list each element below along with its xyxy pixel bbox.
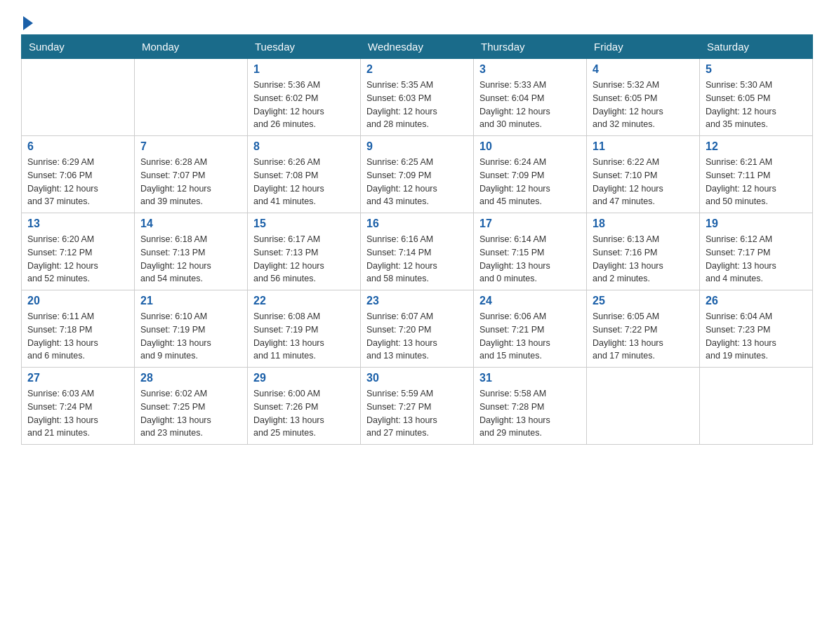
calendar-cell: 10Sunrise: 6:24 AM Sunset: 7:09 PM Dayli… — [474, 136, 587, 213]
calendar-cell: 29Sunrise: 6:00 AM Sunset: 7:26 PM Dayli… — [248, 368, 361, 445]
calendar-cell: 12Sunrise: 6:21 AM Sunset: 7:11 PM Dayli… — [700, 136, 813, 213]
weekday-header-saturday: Saturday — [700, 35, 813, 59]
weekday-header-sunday: Sunday — [22, 35, 135, 59]
day-info: Sunrise: 6:05 AM Sunset: 7:22 PM Dayligh… — [593, 310, 694, 363]
calendar-cell — [22, 59, 135, 136]
day-number: 24 — [479, 295, 581, 307]
day-info: Sunrise: 6:24 AM Sunset: 7:09 PM Dayligh… — [479, 156, 581, 208]
day-number: 23 — [366, 295, 468, 307]
calendar-cell: 17Sunrise: 6:14 AM Sunset: 7:15 PM Dayli… — [474, 213, 587, 290]
calendar-cell: 14Sunrise: 6:18 AM Sunset: 7:13 PM Dayli… — [135, 213, 248, 290]
day-info: Sunrise: 6:06 AM Sunset: 7:21 PM Dayligh… — [479, 310, 581, 363]
day-number: 21 — [140, 295, 241, 307]
calendar-cell: 30Sunrise: 5:59 AM Sunset: 7:27 PM Dayli… — [361, 368, 474, 445]
day-number: 10 — [479, 140, 581, 153]
day-number: 3 — [479, 63, 581, 76]
day-info: Sunrise: 6:28 AM Sunset: 7:07 PM Dayligh… — [140, 156, 241, 208]
day-number: 28 — [140, 372, 241, 384]
calendar-cell: 6Sunrise: 6:29 AM Sunset: 7:06 PM Daylig… — [22, 136, 135, 213]
day-info: Sunrise: 6:17 AM Sunset: 7:13 PM Dayligh… — [253, 233, 355, 286]
day-info: Sunrise: 6:11 AM Sunset: 7:18 PM Dayligh… — [27, 310, 128, 363]
calendar-cell: 21Sunrise: 6:10 AM Sunset: 7:19 PM Dayli… — [135, 290, 248, 368]
day-number: 2 — [366, 63, 468, 76]
day-number: 20 — [27, 295, 128, 307]
day-info: Sunrise: 6:03 AM Sunset: 7:24 PM Dayligh… — [27, 387, 128, 440]
calendar-cell — [135, 59, 248, 136]
calendar-cell: 22Sunrise: 6:08 AM Sunset: 7:19 PM Dayli… — [248, 290, 361, 368]
day-number: 5 — [706, 63, 807, 76]
day-number: 30 — [366, 372, 468, 384]
day-number: 4 — [593, 63, 694, 76]
weekday-header-monday: Monday — [135, 35, 248, 59]
calendar-cell: 18Sunrise: 6:13 AM Sunset: 7:16 PM Dayli… — [587, 213, 700, 290]
day-info: Sunrise: 6:20 AM Sunset: 7:12 PM Dayligh… — [27, 233, 128, 286]
calendar-week-row: 1Sunrise: 5:36 AM Sunset: 6:02 PM Daylig… — [22, 59, 813, 136]
day-info: Sunrise: 5:59 AM Sunset: 7:27 PM Dayligh… — [366, 387, 468, 440]
calendar-cell: 2Sunrise: 5:35 AM Sunset: 6:03 PM Daylig… — [361, 59, 474, 136]
calendar-cell: 8Sunrise: 6:26 AM Sunset: 7:08 PM Daylig… — [248, 136, 361, 213]
calendar-cell: 13Sunrise: 6:20 AM Sunset: 7:12 PM Dayli… — [22, 213, 135, 290]
day-info: Sunrise: 6:26 AM Sunset: 7:08 PM Dayligh… — [253, 156, 355, 208]
day-number: 12 — [706, 140, 807, 153]
weekday-header-wednesday: Wednesday — [361, 35, 474, 59]
day-number: 17 — [479, 217, 581, 230]
calendar-cell: 24Sunrise: 6:06 AM Sunset: 7:21 PM Dayli… — [474, 290, 587, 368]
day-number: 13 — [27, 217, 128, 230]
logo — [21, 14, 33, 27]
day-info: Sunrise: 6:00 AM Sunset: 7:26 PM Dayligh… — [253, 387, 355, 440]
day-number: 22 — [253, 295, 355, 307]
day-info: Sunrise: 6:08 AM Sunset: 7:19 PM Dayligh… — [253, 310, 355, 363]
day-number: 27 — [27, 372, 128, 384]
day-info: Sunrise: 6:22 AM Sunset: 7:10 PM Dayligh… — [593, 156, 694, 208]
calendar-cell: 27Sunrise: 6:03 AM Sunset: 7:24 PM Dayli… — [22, 368, 135, 445]
calendar-cell: 25Sunrise: 6:05 AM Sunset: 7:22 PM Dayli… — [587, 290, 700, 368]
calendar-cell: 19Sunrise: 6:12 AM Sunset: 7:17 PM Dayli… — [700, 213, 813, 290]
calendar-cell: 7Sunrise: 6:28 AM Sunset: 7:07 PM Daylig… — [135, 136, 248, 213]
day-info: Sunrise: 6:10 AM Sunset: 7:19 PM Dayligh… — [140, 310, 241, 363]
day-number: 25 — [593, 295, 694, 307]
day-info: Sunrise: 5:36 AM Sunset: 6:02 PM Dayligh… — [253, 79, 355, 131]
calendar-week-row: 27Sunrise: 6:03 AM Sunset: 7:24 PM Dayli… — [22, 368, 813, 445]
day-info: Sunrise: 6:29 AM Sunset: 7:06 PM Dayligh… — [27, 156, 128, 208]
calendar-week-row: 20Sunrise: 6:11 AM Sunset: 7:18 PM Dayli… — [22, 290, 813, 368]
day-number: 15 — [253, 217, 355, 230]
day-info: Sunrise: 6:04 AM Sunset: 7:23 PM Dayligh… — [706, 310, 807, 363]
calendar-cell — [587, 368, 700, 445]
weekday-header-thursday: Thursday — [474, 35, 587, 59]
day-info: Sunrise: 6:18 AM Sunset: 7:13 PM Dayligh… — [140, 233, 241, 286]
day-number: 29 — [253, 372, 355, 384]
calendar-cell: 26Sunrise: 6:04 AM Sunset: 7:23 PM Dayli… — [700, 290, 813, 368]
day-number: 1 — [253, 63, 355, 76]
day-info: Sunrise: 6:25 AM Sunset: 7:09 PM Dayligh… — [366, 156, 468, 208]
calendar-cell: 1Sunrise: 5:36 AM Sunset: 6:02 PM Daylig… — [248, 59, 361, 136]
calendar-header-row: SundayMondayTuesdayWednesdayThursdayFrid… — [22, 35, 813, 59]
day-number: 31 — [479, 372, 581, 384]
day-number: 16 — [366, 217, 468, 230]
calendar-week-row: 6Sunrise: 6:29 AM Sunset: 7:06 PM Daylig… — [22, 136, 813, 213]
calendar-cell: 31Sunrise: 5:58 AM Sunset: 7:28 PM Dayli… — [474, 368, 587, 445]
calendar-cell: 16Sunrise: 6:16 AM Sunset: 7:14 PM Dayli… — [361, 213, 474, 290]
logo-arrow-icon — [23, 16, 33, 30]
calendar-cell: 23Sunrise: 6:07 AM Sunset: 7:20 PM Dayli… — [361, 290, 474, 368]
calendar-cell: 20Sunrise: 6:11 AM Sunset: 7:18 PM Dayli… — [22, 290, 135, 368]
day-number: 14 — [140, 217, 241, 230]
day-info: Sunrise: 6:14 AM Sunset: 7:15 PM Dayligh… — [479, 233, 581, 286]
day-info: Sunrise: 5:58 AM Sunset: 7:28 PM Dayligh… — [479, 387, 581, 440]
day-info: Sunrise: 5:32 AM Sunset: 6:05 PM Dayligh… — [593, 79, 694, 131]
calendar-cell: 9Sunrise: 6:25 AM Sunset: 7:09 PM Daylig… — [361, 136, 474, 213]
day-info: Sunrise: 6:16 AM Sunset: 7:14 PM Dayligh… — [366, 233, 468, 286]
page-header — [21, 14, 813, 27]
calendar-cell: 4Sunrise: 5:32 AM Sunset: 6:05 PM Daylig… — [587, 59, 700, 136]
day-info: Sunrise: 5:35 AM Sunset: 6:03 PM Dayligh… — [366, 79, 468, 131]
calendar-cell: 3Sunrise: 5:33 AM Sunset: 6:04 PM Daylig… — [474, 59, 587, 136]
day-number: 19 — [706, 217, 807, 230]
calendar-week-row: 13Sunrise: 6:20 AM Sunset: 7:12 PM Dayli… — [22, 213, 813, 290]
calendar-cell: 5Sunrise: 5:30 AM Sunset: 6:05 PM Daylig… — [700, 59, 813, 136]
day-info: Sunrise: 6:21 AM Sunset: 7:11 PM Dayligh… — [706, 156, 807, 208]
day-info: Sunrise: 6:02 AM Sunset: 7:25 PM Dayligh… — [140, 387, 241, 440]
day-info: Sunrise: 5:30 AM Sunset: 6:05 PM Dayligh… — [706, 79, 807, 131]
day-number: 7 — [140, 140, 241, 153]
day-info: Sunrise: 6:12 AM Sunset: 7:17 PM Dayligh… — [706, 233, 807, 286]
day-number: 26 — [706, 295, 807, 307]
weekday-header-tuesday: Tuesday — [248, 35, 361, 59]
